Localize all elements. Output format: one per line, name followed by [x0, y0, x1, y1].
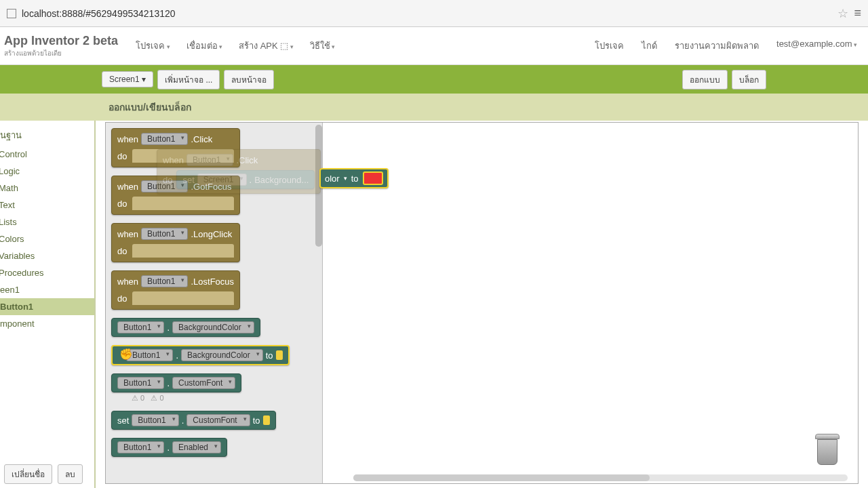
- property-dropdown[interactable]: CustomFont: [186, 414, 250, 426]
- palette-bottom: เปลี่ยนชื่อ ลบ: [0, 460, 87, 488]
- page-icon: [7, 9, 16, 18]
- property-dropdown[interactable]: BackgroundColor: [181, 349, 263, 361]
- block-when-gotfocus[interactable]: when Button1 .GotFocus do: [111, 176, 317, 215]
- component-dropdown[interactable]: Button1: [117, 321, 164, 333]
- component-dropdown[interactable]: Button1: [141, 180, 188, 192]
- property-dropdown[interactable]: CustomFont: [172, 377, 235, 389]
- nav-connect[interactable]: เชื่อมต่อ: [180, 35, 230, 57]
- brand-title: App Inventor 2 beta: [4, 34, 118, 48]
- property-dropdown[interactable]: BackgroundColor: [172, 321, 254, 333]
- component-dropdown[interactable]: Button1: [117, 377, 164, 389]
- brand-subtitle: สร้างแอพด้วยไอเดีย: [4, 48, 118, 58]
- cat-control[interactable]: Control: [0, 146, 94, 163]
- main-nav: โปรเจค เชื่อมต่อ สร้าง APK ⬚ วิธีใช้: [129, 35, 342, 57]
- block-set-customfont[interactable]: set Button1 . CustomFont to: [111, 411, 317, 430]
- component-dropdown[interactable]: Button1: [132, 414, 178, 426]
- property-dropdown[interactable]: Enabled: [172, 441, 221, 453]
- designer-button[interactable]: ออกแบบ: [682, 70, 728, 89]
- remove-screen-button[interactable]: ลบหน้าจอ: [224, 70, 274, 89]
- main-area: นฐาน Control Logic Math Text Lists Color…: [0, 121, 868, 488]
- address-bar: localhost:8888/#5629499534213120 ☆ ≡: [0, 0, 868, 27]
- nav-projects[interactable]: โปรเจค: [129, 35, 177, 57]
- blocks-flyout[interactable]: when Button1 .Click do when Button1 .Got…: [106, 123, 323, 483]
- add-screen-button[interactable]: เพิ่มหน้าจอ ...: [157, 70, 220, 89]
- cat-procedures[interactable]: Procedures: [0, 264, 94, 281]
- nav-help[interactable]: วิธีใช้: [303, 35, 342, 57]
- blocks-button[interactable]: บล็อก: [732, 70, 766, 89]
- browser-menu-icon[interactable]: ≡: [854, 6, 861, 20]
- cat-lists[interactable]: Lists: [0, 214, 94, 230]
- component-dropdown[interactable]: Button1: [141, 228, 188, 240]
- cat-logic[interactable]: Logic: [0, 163, 94, 180]
- workspace-hscroll[interactable]: [353, 474, 848, 481]
- cat-screen1[interactable]: een1: [0, 281, 94, 298]
- nav-user[interactable]: test@example.com: [770, 35, 864, 57]
- cat-button1[interactable]: Button1: [0, 298, 94, 315]
- section-header: ออกแบบ/เขียนบล็อก: [0, 94, 868, 121]
- nav-report[interactable]: รายงานความผิดพลาด: [668, 35, 766, 57]
- grab-cursor-icon: ✊: [119, 348, 133, 361]
- block-when-longclick[interactable]: when Button1 .LongClick do: [111, 223, 317, 262]
- bookmark-star-icon[interactable]: ☆: [837, 6, 848, 21]
- component-dropdown[interactable]: Button1: [117, 441, 164, 453]
- section-title: ออกแบบ/เขียนบล็อก: [108, 100, 191, 115]
- trash-icon[interactable]: [814, 434, 841, 468]
- color-value-red[interactable]: [363, 171, 383, 185]
- cat-text[interactable]: Text: [0, 197, 94, 214]
- cat-colors[interactable]: Colors: [0, 230, 94, 247]
- delete-button[interactable]: ลบ: [58, 464, 83, 484]
- cat-any-component[interactable]: mponent: [0, 315, 94, 332]
- app-header: App Inventor 2 beta สร้างแอพด้วยไอเดีย โ…: [0, 27, 868, 65]
- block-get-enabled[interactable]: Button1 . Enabled: [111, 438, 317, 457]
- block-set-bgcolor[interactable]: Button1 . BackgroundColor to ✊: [111, 345, 317, 365]
- block-when-lostfocus[interactable]: when Button1 .LostFocus do: [111, 270, 317, 310]
- blocks-workspace[interactable]: when Button1 .Click do when Button1 .Got…: [96, 121, 868, 488]
- screen-toolbar: Screen1 ▾ เพิ่มหน้าจอ ... ลบหน้าจอ ออกแบ…: [0, 65, 868, 94]
- block-when-click[interactable]: when Button1 .Click do: [111, 128, 317, 167]
- block-get-bgcolor[interactable]: Button1 . BackgroundColor: [111, 318, 317, 337]
- cat-math[interactable]: Math: [0, 180, 94, 197]
- nav-guide[interactable]: ไกด์: [635, 35, 664, 57]
- component-dropdown[interactable]: Button1: [141, 275, 188, 287]
- nav-my-projects[interactable]: โปรเจค: [588, 35, 631, 57]
- nav-build[interactable]: สร้าง APK ⬚: [232, 35, 300, 57]
- component-dropdown[interactable]: Button1: [141, 133, 188, 145]
- screen-selector[interactable]: Screen1 ▾: [102, 71, 153, 87]
- nav-right: โปรเจค ไกด์ รายงานความผิดพลาด test@examp…: [588, 35, 864, 57]
- component-dropdown[interactable]: Button1: [126, 349, 173, 361]
- blocks-palette: นฐาน Control Logic Math Text Lists Color…: [0, 121, 96, 488]
- url-text[interactable]: localhost:8888/#5629499534213120: [22, 8, 832, 19]
- cat-variables[interactable]: Variables: [0, 247, 94, 264]
- canvas-set-block[interactable]: olor ▾ to: [319, 168, 389, 188]
- block-get-customfont[interactable]: Button1 . CustomFont ⚠ 0 ⚠ 0: [111, 373, 317, 403]
- cat-builtin[interactable]: นฐาน: [0, 125, 94, 146]
- hscroll-thumb[interactable]: [353, 474, 650, 481]
- rename-button[interactable]: เปลี่ยนชื่อ: [4, 464, 52, 484]
- brand: App Inventor 2 beta สร้างแอพด้วยไอเดีย: [4, 34, 118, 58]
